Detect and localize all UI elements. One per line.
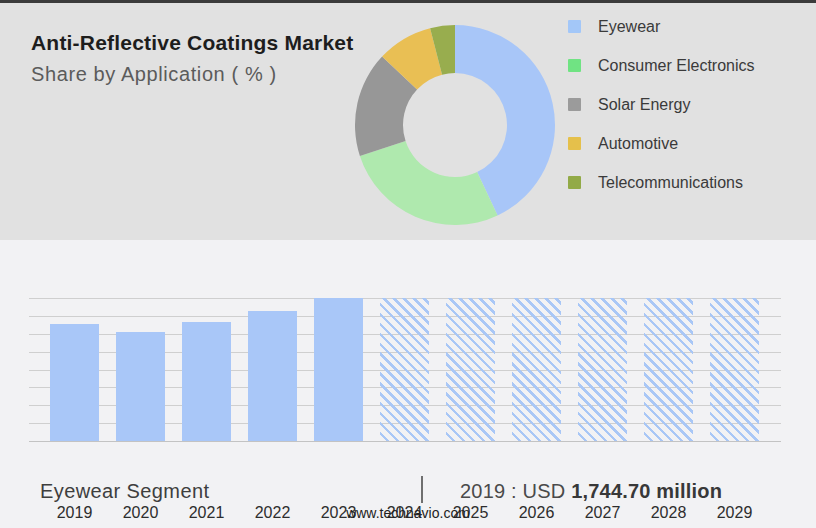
bar-2022 bbox=[248, 311, 297, 441]
donut-chart bbox=[350, 20, 560, 230]
bar-2020 bbox=[116, 332, 165, 441]
bar-2027-forecast bbox=[578, 298, 627, 441]
bar-2023 bbox=[314, 298, 363, 441]
legend-label: Solar Energy bbox=[598, 96, 691, 114]
bar-2026-forecast bbox=[512, 298, 561, 441]
legend-item: Telecommunications bbox=[568, 174, 755, 191]
bar-2019 bbox=[50, 324, 99, 441]
page-subtitle: Share by Application ( % ) bbox=[31, 63, 277, 86]
legend-item: Automotive bbox=[568, 135, 755, 152]
infographic-page: Anti-Reflective Coatings Market Share by… bbox=[0, 0, 816, 528]
header-section: Anti-Reflective Coatings Market Share by… bbox=[0, 3, 816, 240]
value-prefix: 2019 : USD bbox=[460, 480, 565, 502]
x-axis-line bbox=[29, 441, 781, 442]
value-amount: 1,744.70 million bbox=[571, 480, 722, 502]
legend-label: Eyewear bbox=[598, 18, 660, 36]
website-url: www.technavio.com bbox=[0, 505, 816, 521]
bar-2028-forecast bbox=[644, 298, 693, 441]
legend-swatch-icon bbox=[568, 59, 581, 72]
bar-chart-section: 2019202020212022202320242025202620272028… bbox=[0, 240, 816, 528]
legend-swatch-icon bbox=[568, 176, 581, 189]
bar-2024-forecast bbox=[380, 298, 429, 441]
legend-swatch-icon bbox=[568, 137, 581, 150]
legend-label: Consumer Electronics bbox=[598, 57, 755, 75]
donut-segment-consumer-electronics bbox=[360, 141, 498, 225]
legend-swatch-icon bbox=[568, 20, 581, 33]
legend-swatch-icon bbox=[568, 98, 581, 111]
legend-label: Telecommunications bbox=[598, 174, 743, 192]
bar-2021 bbox=[182, 322, 231, 441]
bar-2029-forecast bbox=[710, 298, 759, 441]
legend-item: Consumer Electronics bbox=[568, 57, 755, 74]
bar-chart: 2019202020212022202320242025202620272028… bbox=[29, 298, 781, 441]
segment-value: 2019 : USD 1,744.70 million bbox=[460, 480, 722, 503]
separator-bar bbox=[421, 476, 423, 503]
bar-2025-forecast bbox=[446, 298, 495, 441]
legend-item: Solar Energy bbox=[568, 96, 755, 113]
segment-label: Eyewear Segment bbox=[40, 480, 209, 503]
legend-item: Eyewear bbox=[568, 18, 755, 35]
donut-legend: EyewearConsumer ElectronicsSolar EnergyA… bbox=[568, 18, 755, 191]
legend-label: Automotive bbox=[598, 135, 678, 153]
page-title: Anti-Reflective Coatings Market bbox=[31, 31, 353, 55]
